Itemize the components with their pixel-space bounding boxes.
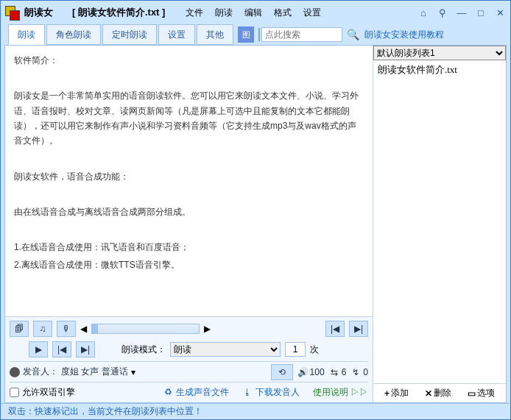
speaker-name: 度姐 女声 普通话 xyxy=(61,366,128,378)
menu-edit[interactable]: 编辑 xyxy=(244,7,262,19)
left-pane: 软件简介： 朗读女是一个非常简单实用的语音朗读软件。您可以用它来朗读文本文件、小… xyxy=(5,46,373,402)
editor-line: 朗读女是一个非常简单实用的语音朗读软件。您可以用它来朗读文本文件、小说、学习外语… xyxy=(14,88,364,149)
search-input[interactable] xyxy=(261,27,342,42)
mode-select[interactable]: 朗读 xyxy=(170,342,281,357)
menu-settings[interactable]: 设置 xyxy=(303,7,321,19)
menu-read[interactable]: 朗读 xyxy=(215,7,233,19)
skip-button[interactable]: ▶| xyxy=(76,341,95,357)
person-icon xyxy=(10,367,20,377)
tab-read[interactable]: 朗读 xyxy=(8,24,45,45)
count-suffix: 次 xyxy=(310,344,319,356)
search-box: 🔍 xyxy=(258,24,360,45)
download-speaker-link[interactable]: ⭳ 下载发音人 xyxy=(242,386,299,399)
pitch-icon: ↯ xyxy=(350,367,361,377)
list-item[interactable]: 朗读女软件简介.txt xyxy=(375,62,504,78)
ctrl-row-3: 发音人： 度姐 女声 普通话 ▾ ⟲ 🔊100 ⇆6 ↯0 xyxy=(10,361,368,379)
editor-line: 1.在线语音合成使用：讯飞语音和百度语音； xyxy=(14,240,364,255)
plus-icon: + xyxy=(384,388,390,399)
app-title: 朗读女 xyxy=(24,6,53,19)
editor-line: 2.离线语音合成使用：微软TTS语音引擎。 xyxy=(14,257,364,272)
menu-file[interactable]: 文件 xyxy=(186,7,203,19)
mode-doc-icon[interactable]: 🗐 xyxy=(10,321,29,337)
ctrl-row-2: ▶ |◀ ▶| 朗读模式： 朗读 次 xyxy=(10,341,368,358)
progress-slider[interactable] xyxy=(91,324,200,334)
prev-button[interactable]: |◀ xyxy=(325,321,345,337)
tab-bar: 朗读 角色朗读 定时朗读 设置 其他 图 🔍 朗读女安装使用教程 xyxy=(1,24,510,45)
maximize-icon[interactable]: □ xyxy=(475,7,487,18)
restart-button[interactable]: |◀ xyxy=(52,341,71,357)
tutorial-link[interactable]: 朗读女安装使用教程 xyxy=(364,29,444,41)
volume-control[interactable]: 🔊100 xyxy=(297,367,325,377)
dual-engine-checkbox[interactable]: 允许双语引擎 xyxy=(10,386,75,399)
options-button[interactable]: ▭ 选项 xyxy=(468,387,495,399)
ctrl-row-1: 🗐 ♫ 🎙 ◀ ▶ |◀ ▶| xyxy=(10,320,368,338)
player-controls: 🗐 ♫ 🎙 ◀ ▶ |◀ ▶| ▶ |◀ ▶| 朗读模式： 朗读 次 发音人： … xyxy=(5,316,373,402)
mode-music-icon[interactable]: ♫ xyxy=(33,321,52,337)
app-window: 朗读女 [ 朗读女软件简介.txt ] 文件 朗读 编辑 格式 设置 ⌂ ⚲ —… xyxy=(0,0,511,420)
chevron-right-icon[interactable]: ▶ xyxy=(204,324,211,334)
playlist[interactable]: 朗读女软件简介.txt xyxy=(373,60,506,383)
tab-settings[interactable]: 设置 xyxy=(158,24,195,45)
editor-line: 朗读女软件，语音合成功能： xyxy=(14,169,364,184)
main-body: 软件简介： 朗读女是一个非常简单实用的语音朗读软件。您可以用它来朗读文本文件、小… xyxy=(4,45,507,403)
playlist-select[interactable]: 默认朗读列表1 xyxy=(373,46,506,60)
mic-icon[interactable]: 🎙 xyxy=(57,321,76,337)
next-button[interactable]: ▶| xyxy=(349,321,368,337)
volume-icon: 🔊 xyxy=(297,367,308,377)
tab-role-read[interactable]: 角色朗读 xyxy=(46,24,101,45)
menu-format[interactable]: 格式 xyxy=(274,7,292,19)
editor-line: 软件简介： xyxy=(14,53,364,68)
menu-bar: 文件 朗读 编辑 格式 设置 xyxy=(186,7,321,19)
search-icon[interactable]: 🔍 xyxy=(345,27,360,42)
add-button[interactable]: + 添加 xyxy=(384,387,409,399)
mode-label: 朗读模式： xyxy=(121,344,166,356)
tab-timed-read[interactable]: 定时朗读 xyxy=(102,24,157,45)
search-handle-icon[interactable] xyxy=(258,28,260,41)
box-icon: ▭ xyxy=(468,388,476,399)
delete-button[interactable]: ✕ 删除 xyxy=(425,387,451,399)
window-controls: ⌂ ⚲ — □ ✕ xyxy=(417,7,506,18)
chevron-left-icon[interactable]: ◀ xyxy=(80,324,87,334)
status-text: 双击：快速标记出，当前文件在朗读列表中位置！ xyxy=(8,405,202,418)
help-link[interactable]: 使用说明 ▷▷ xyxy=(313,386,368,399)
speed-icon: ⇆ xyxy=(329,367,339,377)
refresh-icon: ♻ xyxy=(163,387,174,397)
app-logo-icon xyxy=(5,6,18,19)
chevron-down-icon[interactable]: ▾ xyxy=(131,367,135,377)
speed-control[interactable]: ⇆6 xyxy=(329,367,347,377)
rewind-icon[interactable]: ⟲ xyxy=(271,364,293,380)
home-icon[interactable]: ⌂ xyxy=(417,7,429,18)
play-button[interactable]: ▶ xyxy=(29,341,48,357)
status-bar: 双击：快速标记出，当前文件在朗读列表中位置！ xyxy=(1,403,510,419)
close-icon[interactable]: ✕ xyxy=(494,7,506,18)
gen-audio-link[interactable]: ♻ 生成声音文件 xyxy=(163,386,229,399)
minimize-icon[interactable]: — xyxy=(456,7,468,18)
count-input[interactable] xyxy=(285,342,306,357)
playlist-actions: + 添加 ✕ 删除 ▭ 选项 xyxy=(373,383,506,402)
speaker-label: 发音人： xyxy=(23,366,58,378)
tab-other[interactable]: 其他 xyxy=(197,24,233,45)
editor-line: 由在线语音合成与离线语音合成两部分组成。 xyxy=(14,204,364,219)
ctrl-row-4: 允许双语引擎 ♻ 生成声音文件 ⭳ 下载发音人 使用说明 ▷▷ xyxy=(10,382,368,399)
speaker-section[interactable]: 发音人： 度姐 女声 普通话 ▾ xyxy=(10,366,135,378)
playlist-pane: 默认朗读列表1 朗读女软件简介.txt + 添加 ✕ 删除 ▭ 选项 xyxy=(373,46,506,402)
capture-icon[interactable]: 图 xyxy=(238,26,254,43)
download-icon: ⭳ xyxy=(242,387,253,397)
text-editor[interactable]: 软件简介： 朗读女是一个非常简单实用的语音朗读软件。您可以用它来朗读文本文件、小… xyxy=(5,46,373,316)
x-icon: ✕ xyxy=(425,388,432,399)
title-bar: 朗读女 [ 朗读女软件简介.txt ] 文件 朗读 编辑 格式 设置 ⌂ ⚲ —… xyxy=(1,1,510,24)
document-title: [ 朗读女软件简介.txt ] xyxy=(72,6,165,19)
pitch-control[interactable]: ↯0 xyxy=(350,367,368,377)
pin-icon[interactable]: ⚲ xyxy=(437,7,448,18)
